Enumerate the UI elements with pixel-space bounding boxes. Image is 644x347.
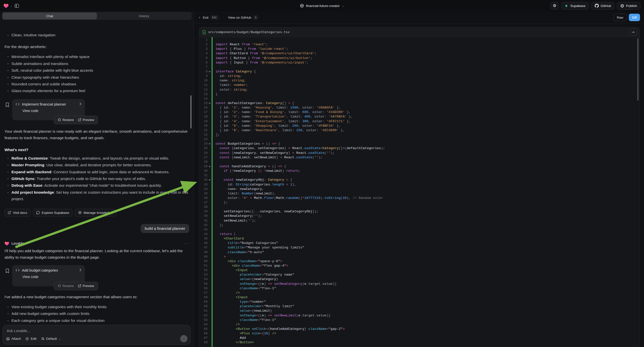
code-line: 32 const newCategoryObj: Category = {: [201, 178, 640, 182]
view-code-link[interactable]: View code: [22, 109, 82, 113]
line-number: 9: [201, 74, 208, 78]
code-line: 56 className="flex-1": [201, 286, 640, 291]
exit-button[interactable]: ‹ Exit ESC: [199, 15, 218, 20]
edit-button[interactable]: Edit: [26, 337, 36, 340]
manage-knowledge-button[interactable]: Manage knowledge: [75, 209, 116, 216]
supabase-button[interactable]: Supabase: [561, 2, 589, 10]
list-item: Refine & Customize: Tweak the design, an…: [4, 155, 189, 162]
send-button[interactable]: ↑: [180, 335, 188, 342]
line-number: 42: [201, 223, 208, 228]
view-code-link[interactable]: View code: [22, 275, 82, 279]
chat-input-box[interactable]: Ask Lovable... Attach Edit Default ⌄: [2, 325, 191, 345]
line-number: 19: [201, 119, 208, 124]
line-number: 7: [201, 65, 208, 70]
line-number: 40: [201, 214, 208, 218]
bookmark-icon[interactable]: [6, 268, 9, 274]
tab-chat[interactable]: Chat: [2, 12, 97, 20]
tab-history[interactable]: History: [97, 12, 191, 20]
whats-next-heading: What's next?: [4, 146, 189, 153]
fold-chevron-icon[interactable]: [208, 70, 211, 74]
list-item: Rounded corners and subtle shadows: [4, 81, 189, 88]
bookmark-icon[interactable]: [6, 102, 9, 108]
code-line: 68 </Button>: [201, 340, 640, 345]
code-line: 37 };: [201, 200, 640, 205]
project-switcher[interactable]: financial-future-creator ⌄: [300, 4, 344, 8]
line-number: 24: [201, 142, 208, 146]
code-line: 46 title="Budget Categories": [201, 241, 640, 246]
code-scrollbar[interactable]: [637, 38, 638, 100]
external-link-icon: [8, 211, 11, 214]
list-item: Master Prompting: Use clear, detailed, a…: [4, 162, 189, 168]
code-line: 25 const [categories, setCategories] = R…: [201, 146, 640, 150]
gear-icon: ⚙: [553, 4, 556, 8]
chevron-down-icon: ⌄: [10, 4, 12, 7]
attach-button[interactable]: Attach: [6, 337, 21, 340]
line-number: 62: [201, 314, 208, 318]
view-on-github-button[interactable]: View on GitHub G: [228, 16, 258, 20]
chevron-left-icon: ‹: [199, 15, 200, 20]
lovable-logo-menu[interactable]: ⌄: [4, 4, 12, 8]
toggle-sidebar-icon[interactable]: [15, 4, 19, 8]
restore-button[interactable]: Restore: [58, 284, 74, 288]
preview-button[interactable]: Preview: [78, 284, 94, 288]
bullet-dot: [4, 304, 12, 310]
code-line: 15const defaultCategories: Category[] = …: [201, 101, 640, 106]
restore-preview-toolbar: Restore Preview: [54, 282, 98, 290]
code-line: 1: [201, 38, 640, 42]
code-line: 45 <ChartCard: [201, 236, 640, 241]
fold-chevron-icon[interactable]: [208, 164, 211, 169]
code-line: 28: [201, 160, 640, 164]
bullet-dot: [4, 169, 12, 176]
chat-scrollbar[interactable]: [190, 95, 192, 128]
mode-select[interactable]: Default ⌄: [41, 337, 61, 340]
code-line: 64 />: [201, 322, 640, 327]
code-editor[interactable]: 12import React from 'react';3import { Pl…: [199, 37, 640, 347]
explore-supabase-button[interactable]: Explore Supabase: [33, 209, 72, 216]
fold-chevron-icon[interactable]: [208, 142, 211, 146]
line-number: 67: [201, 336, 208, 340]
fold-chevron-icon[interactable]: [208, 101, 211, 106]
bullet-dot: [4, 318, 12, 323]
code-panel: ‹ Exit ESC View on GitHub G Raw Diff: [194, 12, 644, 347]
line-number: 43: [201, 228, 208, 232]
file-header[interactable]: src/components/budget/BudgetCategories.t…: [199, 28, 640, 37]
github-button[interactable]: GitHub: [591, 2, 615, 10]
publish-button[interactable]: Publish: [617, 2, 640, 10]
line-number: 10: [201, 78, 208, 83]
line-number: 50: [201, 259, 208, 264]
preview-button[interactable]: Preview: [78, 118, 94, 122]
line-number: 5: [201, 56, 208, 60]
chat-messages: Clean, intuitive navigation For the desi…: [0, 32, 194, 322]
line-number: 64: [201, 322, 208, 327]
assistant-paragraph: I've added a new budget categories manag…: [4, 294, 189, 300]
esc-kbd: ESC: [210, 16, 218, 20]
restore-icon: [58, 284, 61, 288]
list-item: Soft, neutral color palette with light b…: [4, 67, 189, 74]
line-number: 8: [201, 70, 208, 74]
bullet-dot: [4, 81, 12, 88]
chat-input-placeholder: Ask Lovable...: [7, 328, 186, 333]
fold-chevron-icon[interactable]: [208, 178, 211, 182]
line-number: 31: [201, 173, 208, 178]
collapse-file-button[interactable]: [630, 29, 637, 36]
target-icon: [26, 337, 29, 340]
version-card-title: Implement financial planner: [22, 102, 66, 106]
raw-toggle-button[interactable]: Raw: [614, 14, 627, 21]
line-number: 46: [201, 241, 208, 246]
user-message-row: build a financial planner: [4, 224, 189, 233]
line-number: 18: [201, 114, 208, 119]
settings-button[interactable]: ⚙: [550, 2, 559, 10]
list-item: Minimalist interface with plenty of whit…: [4, 54, 189, 60]
lovable-heart-icon: [4, 4, 9, 8]
code-line: 36 color: '#' + Math.floor(Math.random()…: [201, 196, 640, 200]
visit-docs-button[interactable]: Visit docs: [4, 209, 30, 216]
code-line: 55 onChange={(e) => setNewCategory(e.tar…: [201, 282, 640, 286]
version-card-title: Add budget categories: [22, 268, 58, 272]
bullet-dot: [4, 182, 12, 189]
restore-button[interactable]: Restore: [58, 118, 74, 122]
diff-toggle-button[interactable]: Diff: [629, 14, 640, 21]
line-number: 30: [201, 169, 208, 173]
message-menu-icon[interactable]: ···: [184, 242, 189, 246]
aesthetic-heading: For the design aesthetic:: [4, 44, 189, 50]
code-line: 58 <Input: [201, 295, 640, 300]
